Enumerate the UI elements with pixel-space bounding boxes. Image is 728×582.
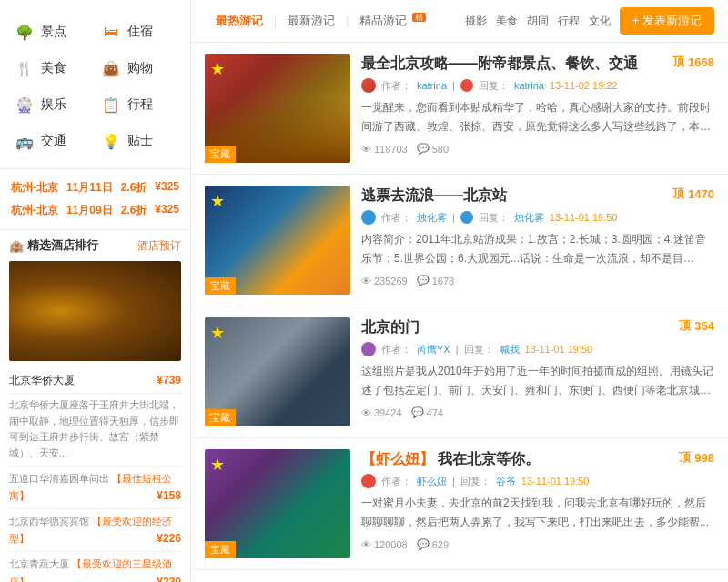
avatar-2: [361, 210, 376, 225]
article-summary-2: 内容简介：2011年北京站游成果：1.故宫；2.长城；3.圆明园；4.迷笛音乐节…: [361, 230, 714, 267]
sidebar-item-hotel[interactable]: 🛏 住宿: [96, 14, 182, 50]
reply-link-1[interactable]: katrina: [514, 80, 544, 91]
sidebar-item-food[interactable]: 🍴 美食: [9, 50, 96, 86]
sidebar-item-shopping[interactable]: 👜 购物: [96, 50, 182, 86]
hotel-image[interactable]: [9, 261, 181, 361]
article-content-2: 逃票去流浪——北京站 顶 1470 作者：烛化雾 | 回复：烛化雾 13-: [361, 186, 714, 295]
article-title-2[interactable]: 逃票去流浪——北京站: [361, 186, 507, 206]
article-summary-4: 一对蜜月小夫妻，去北京的前2天找到我，问我去北京有哪好玩的，然后聊聊聊聊，然后把…: [361, 494, 714, 531]
sidebar-item-itinerary[interactable]: 📋 行程: [96, 86, 182, 123]
eye-icon-3: 👁: [361, 407, 371, 418]
article-meta-4: 作者：虾么妞 | 回复：谷爷 13-11-01 19:50: [361, 474, 714, 488]
hotel-item-3[interactable]: 北京青蔬大厦 【最受欢迎的三星级酒店】 ¥230: [9, 552, 181, 582]
article-stats-1: 👁 118703 💬 580: [361, 143, 714, 155]
top-num-1: 1668: [688, 55, 714, 69]
article-thumb-1[interactable]: ★ 宝藏: [205, 54, 350, 163]
hotel-booking-link[interactable]: 酒店预订: [137, 238, 181, 254]
article-content-1: 最全北京攻略——附帝都景点、餐饮、交通 顶 1668 作者：katrina |: [361, 54, 714, 163]
article-header-2: 逃票去流浪——北京站 顶 1470: [361, 186, 714, 210]
tab-cuisine[interactable]: 美食: [496, 14, 518, 29]
article-date-2: 13-11-01 19:50: [550, 212, 618, 223]
hotel-price-3: ¥230: [157, 574, 181, 583]
list-icon: 📋: [100, 94, 122, 115]
avatar-4: [361, 474, 376, 488]
tab-culture[interactable]: 文化: [589, 14, 611, 29]
articles-list: ★ 宝藏 最全北京攻略——附帝都景点、餐饮、交通 顶 1668: [191, 43, 728, 570]
author-link-2[interactable]: 烛化雾: [417, 211, 447, 225]
reply-link-4[interactable]: 谷爷: [496, 475, 516, 488]
title-highlight: 【虾么妞】: [361, 451, 434, 467]
hotel-tag-2: 北京西华德宾宾馆 【最受欢迎的经济型】: [9, 516, 172, 544]
hotel-item-2[interactable]: 北京西华德宾宾馆 【最受欢迎的经济型】 ¥226: [9, 509, 181, 552]
sidebar-item-transport[interactable]: 🚌 交通: [9, 123, 96, 159]
article-title-1[interactable]: 最全北京攻略——附帝都景点、餐饮、交通: [361, 54, 638, 74]
quick-link-1[interactable]: 杭州-北京 11月09日 2.6折 ¥325: [11, 199, 179, 222]
author-link-1[interactable]: katrina: [417, 80, 447, 91]
author-link-4[interactable]: 虾么妞: [417, 475, 447, 488]
meta-avatar-small-2: [460, 211, 473, 224]
article-top-area-1: 顶 1668: [672, 54, 714, 70]
sidebar-item-tips[interactable]: 💡 贴士: [96, 123, 182, 159]
author-link-3[interactable]: 芮鹰YX: [417, 343, 450, 356]
date-1: 11月09日: [66, 203, 113, 218]
post-button[interactable]: + 发表新游记: [620, 7, 714, 35]
article-meta-2: 作者：烛化雾 | 回复：烛化雾 13-11-01 19:50: [361, 210, 714, 225]
view-count-3: 👁 39424: [361, 406, 402, 418]
nav-label-food: 美食: [41, 60, 66, 76]
top-label-4: 顶: [679, 449, 691, 466]
quick-link-0[interactable]: 杭州-北京 11月11日 2.6折 ¥325: [11, 176, 179, 199]
eye-icon-2: 👁: [361, 276, 371, 286]
tab-selected[interactable]: 精品游记 精: [349, 7, 437, 34]
eye-icon-1: 👁: [361, 144, 371, 155]
nav-label-tips: 贴士: [127, 133, 153, 149]
article-title-3[interactable]: 北京的门: [361, 317, 420, 337]
route-1: 杭州-北京: [11, 203, 58, 218]
star-icon-2: ★: [210, 191, 225, 211]
main-tabs-right: 摄影 美食 胡同 行程 文化 + 发表新游记: [465, 7, 714, 35]
article-badge-1: 宝藏: [205, 146, 236, 163]
bag-icon: 👜: [100, 57, 122, 79]
article-content-3: 北京的门 顶 354 作者：芮鹰YX | 回复：喊我 13-11-01 19:5…: [361, 317, 714, 426]
hotel-price-2: ¥226: [157, 530, 181, 547]
article-thumb-4[interactable]: ★ 宝藏: [205, 449, 350, 558]
article-meta-1: 作者：katrina | 回复：katrina 13-11-02 19:22: [361, 78, 714, 93]
reply-link-2[interactable]: 烛化雾: [514, 211, 544, 225]
tab-itinerary[interactable]: 行程: [558, 14, 580, 29]
discount-1: 2.6折: [121, 203, 147, 218]
article-badge-3: 宝藏: [205, 409, 236, 426]
view-count-4: 👁 120008: [361, 538, 408, 550]
main-header: 最热游记 | 最新游记 | 精品游记 精 摄影 美食 胡同 行程 文化 + 发表…: [191, 0, 728, 43]
article-summary-3: 这组照片是我从2010年开始用了近一年的时间拍摄而成的组照。用镜头记述了包括左定…: [361, 362, 714, 399]
article-date-3: 13-11-01 19:50: [525, 344, 593, 355]
star-icon-3: ★: [210, 323, 225, 343]
sidebar-item-attractions[interactable]: 🌳 景点: [9, 14, 96, 50]
comment-count-4: 💬 629: [417, 538, 449, 550]
article-item: ★ 宝藏 最全北京攻略——附帝都景点、餐饮、交通 顶 1668: [191, 43, 728, 175]
tab-photography[interactable]: 摄影: [465, 14, 487, 29]
route-0: 杭州-北京: [11, 180, 58, 196]
tab-latest[interactable]: 最新游记: [277, 8, 346, 34]
article-header-3: 北京的门 顶 354: [361, 317, 714, 342]
article-date-4: 13-11-01 19:50: [521, 476, 590, 487]
article-thumb-2[interactable]: ★ 宝藏: [205, 186, 350, 295]
hotel-item-0[interactable]: 北京华侨大厦 ¥739: [9, 368, 181, 394]
tab-hutong[interactable]: 胡同: [527, 14, 549, 29]
hotel-item-1[interactable]: 五道口华清嘉园单间出 【最佳短租公寓】 ¥158: [9, 467, 181, 509]
nav-label-hotel: 住宿: [127, 24, 153, 40]
article-thumb-3[interactable]: ★ 宝藏: [205, 317, 350, 426]
view-count-2: 👁 235269: [361, 275, 408, 286]
nav-label-itinerary: 行程: [127, 96, 153, 113]
sidebar-item-entertainment[interactable]: 🎡 娱乐: [9, 86, 96, 123]
star-icon-4: ★: [210, 455, 225, 475]
hotel-price-0: ¥739: [157, 372, 181, 389]
meta-sep: |: [452, 80, 455, 91]
fork-icon: 🍴: [14, 57, 35, 79]
article-meta-3: 作者：芮鹰YX | 回复：喊我 13-11-01 19:50: [361, 342, 714, 356]
hotel-image-inner: [9, 261, 181, 361]
top-num-3: 354: [694, 319, 714, 333]
date-0: 11月11日: [66, 180, 113, 196]
reply-link-3[interactable]: 喊我: [500, 343, 520, 356]
tab-hot[interactable]: 最热游记: [205, 8, 274, 34]
eye-icon-4: 👁: [361, 539, 371, 550]
article-title-4[interactable]: 【虾么妞】 我在北京等你。: [361, 449, 540, 469]
